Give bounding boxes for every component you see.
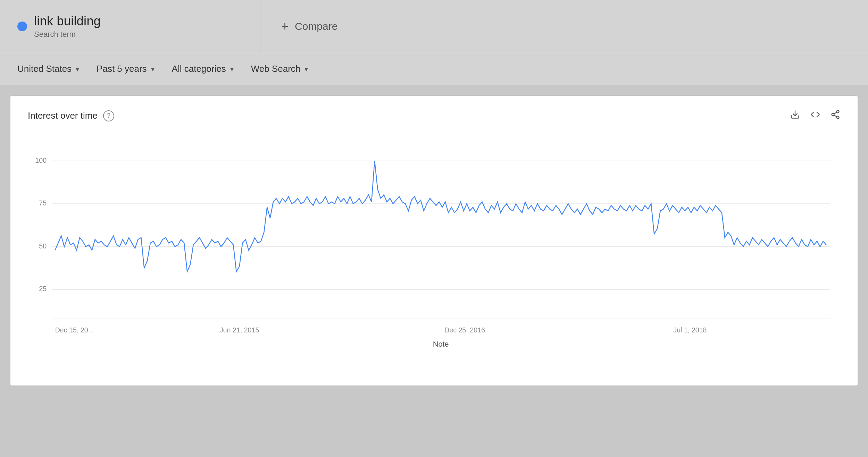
svg-text:100: 100 [35,156,47,164]
search-term-panel: link building Search term [0,0,260,53]
compare-label: Compare [295,20,337,32]
filter-location-label: United States [17,64,72,74]
main-content: Interest over time ? [0,85,868,396]
search-term-text: link building Search term [34,14,101,39]
search-term-subtitle: Search term [34,30,101,39]
filter-search-type-arrow: ▾ [304,65,308,73]
chart-area: 100 75 50 25 Dec 15, 20... Jun 21, 2015 … [28,132,840,368]
filter-location[interactable]: United States ▾ [17,61,79,77]
chart-title: Interest over time [28,110,98,121]
chart-svg: 100 75 50 25 Dec 15, 20... Jun 21, 2015 … [28,132,840,368]
chart-title-group: Interest over time ? [28,110,114,121]
search-term-dot [17,22,27,31]
compare-plus-icon: + [281,19,289,34]
svg-text:Note: Note [433,340,449,349]
svg-text:Dec 25, 2016: Dec 25, 2016 [444,326,485,334]
svg-line-5 [834,112,837,114]
filter-category-label: All categories [172,64,226,74]
share-icon[interactable] [831,110,840,122]
filter-category[interactable]: All categories ▾ [172,61,234,77]
chart-actions [790,110,840,122]
svg-text:Jul 1, 2018: Jul 1, 2018 [673,326,707,334]
svg-text:Dec 15, 20...: Dec 15, 20... [55,326,94,334]
download-icon[interactable] [790,110,800,122]
embed-icon[interactable] [810,110,820,122]
compare-panel[interactable]: + Compare [260,0,868,53]
filters-bar: United States ▾ Past 5 years ▾ All categ… [0,53,868,85]
filter-search-type-label: Web Search [251,64,301,74]
svg-text:Jun 21, 2015: Jun 21, 2015 [220,326,259,334]
svg-line-4 [834,115,837,117]
filter-time[interactable]: Past 5 years ▾ [97,61,155,77]
filter-time-label: Past 5 years [97,64,147,74]
search-term-title: link building [34,14,101,28]
help-icon[interactable]: ? [103,110,114,121]
svg-text:75: 75 [39,199,47,207]
chart-card: Interest over time ? [10,96,858,386]
svg-text:25: 25 [39,285,47,293]
filter-search-type[interactable]: Web Search ▾ [251,61,308,77]
chart-header: Interest over time ? [28,110,840,122]
filter-category-arrow: ▾ [230,65,234,73]
filter-time-arrow: ▾ [151,65,155,73]
svg-text:50: 50 [39,242,47,250]
filter-location-arrow: ▾ [76,65,79,73]
